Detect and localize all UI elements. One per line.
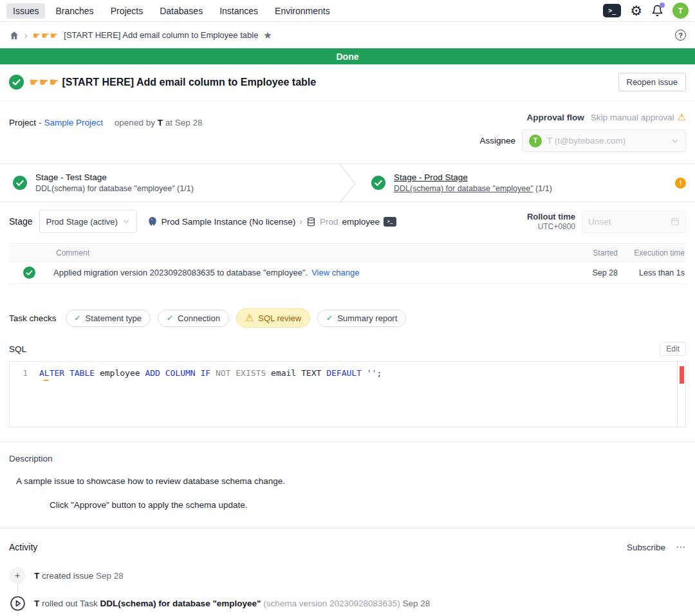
user-avatar[interactable]: T [672, 3, 689, 19]
nav-right-icons: >_ ⚙ T [603, 3, 689, 19]
star-icon[interactable]: ★ [263, 30, 272, 41]
terminal-prompt-glyph: >_ [387, 219, 393, 224]
check-sql-review[interactable]: ⚠SQL review [236, 308, 310, 328]
stage-done-check-icon [13, 176, 27, 190]
help-icon[interactable]: ? [675, 30, 686, 41]
activity-text: T created issue Sep 28 [34, 571, 124, 581]
task-execution-time: Less than 1s [618, 268, 686, 277]
opened-by-user: T [158, 118, 163, 127]
database-link[interactable]: employee [342, 217, 380, 227]
timeline-connector [17, 584, 18, 595]
stage-toolbar: Stage Prod Stage (active) Prod Sample In… [0, 202, 695, 239]
path-separator-icon: › [299, 216, 302, 227]
stage-done-check-icon [371, 176, 385, 190]
instance-link[interactable]: Prod Sample Instance (No license) [162, 217, 296, 227]
table-row[interactable]: Applied migration version 20230928083635… [9, 262, 686, 283]
warning-icon: ⚠ [678, 111, 686, 123]
nav-tab-issues[interactable]: Issues [6, 3, 45, 19]
dash: - [39, 118, 42, 127]
check-statement-type[interactable]: ✓Statement type [66, 310, 151, 327]
stage-card-test[interactable]: Stage - Test Stage DDL(schema) for datab… [0, 164, 337, 201]
assignee-row: Assignee T T (t@bytebase.com) [479, 129, 686, 152]
stage-subtitle: DDL(schema) for database "employee" (1/1… [35, 184, 328, 193]
check-connection[interactable]: ✓Connection [158, 310, 229, 327]
activity-item: + T created issue Sep 28 [9, 567, 686, 584]
stage-alert-icon[interactable]: ! [675, 178, 686, 189]
sql-editor-icon[interactable]: >_ [603, 4, 621, 17]
check-pass-icon: ✓ [75, 313, 81, 322]
approval-flow-row: Approval flow Skip manual approval⚠ [526, 111, 686, 123]
stage-card-prod[interactable]: Stage - Prod Stage DDL(schema) for datab… [358, 164, 695, 201]
assignee-value: T (t@bytebase.com) [547, 136, 666, 145]
task-checks-label: Task checks [9, 313, 57, 323]
more-options-icon[interactable]: ⋯ [676, 541, 686, 553]
assignee-label: Assignee [479, 136, 515, 145]
create-icon: + [9, 567, 26, 584]
rollout-labels: Rollout time UTC+0800 [527, 212, 575, 231]
nav-tab-environments[interactable]: Environments [268, 3, 337, 19]
stage-select[interactable]: Prod Stage (active) [39, 210, 137, 233]
issue-meta: Project-Sample Project opened by T at Se… [0, 101, 695, 163]
breadcrumb-separator-icon: › [24, 30, 28, 41]
rollout-time-label: Rollout time [527, 212, 575, 221]
gear-icon[interactable]: ⚙ [630, 4, 642, 17]
sql-code-line: 1 ALTER TABLE employee ADD COLUMN IF NOT… [10, 362, 685, 379]
terminal-prompt-glyph: >_ [608, 7, 616, 14]
check-summary-report[interactable]: ✓Summary report [317, 310, 406, 327]
sql-editor[interactable]: 1 ALTER TABLE employee ADD COLUMN IF NOT… [9, 361, 686, 427]
reopen-issue-button[interactable]: Reopen issue [618, 73, 687, 91]
nav-tab-projects[interactable]: Projects [104, 3, 150, 19]
rollout-timezone: UTC+0800 [527, 222, 575, 231]
breadcrumb-row: › ☛☛☛ [START HERE] Add email column to E… [0, 22, 695, 48]
task-run-table: Comment Started Execution time Applied m… [9, 243, 686, 284]
issue-title: ☛☛☛ [START HERE] Add email column to Emp… [30, 76, 618, 88]
edit-sql-button[interactable]: Edit [660, 342, 686, 356]
issue-header: ☛☛☛ [START HERE] Add email column to Emp… [0, 64, 695, 101]
task-started: Sep 28 [578, 268, 618, 277]
stage-bar: Stage - Test Stage DDL(schema) for datab… [0, 163, 695, 202]
view-change-link[interactable]: View change [311, 268, 359, 277]
database-path: Prod Sample Instance (No license) › Prod… [147, 216, 396, 227]
database-icon [306, 217, 316, 227]
header-execution-time: Execution time [618, 248, 686, 257]
open-in-sql-editor-icon[interactable]: >_ [384, 217, 396, 227]
notification-dot [660, 3, 665, 8]
rollout-time-block: Rollout time UTC+0800 [527, 210, 686, 233]
timeline-connector [17, 611, 18, 616]
stage-subtitle: DDL(schema) for database "employee" (1/1… [394, 184, 667, 193]
editor-error-marker [680, 366, 684, 384]
approval-flow-value: Skip manual approval⚠ [591, 111, 686, 123]
nav-tab-instances[interactable]: Instances [213, 3, 264, 19]
task-comment: Applied migration version 20230928083635… [53, 268, 578, 277]
top-nav: Issues Branches Projects Databases Insta… [0, 0, 695, 22]
stage-select-label: Stage [9, 216, 33, 227]
home-icon[interactable] [9, 30, 19, 41]
task-comment-text: Applied migration version 20230928083635… [53, 268, 308, 277]
editor-overview-ruler [677, 362, 685, 427]
activity-label: Activity [9, 542, 37, 552]
assignee-select[interactable]: T T (t@bytebase.com) [522, 129, 686, 152]
subscribe-button[interactable]: Subscribe [627, 543, 665, 552]
postgres-icon [147, 216, 158, 227]
pointer-hands-icon: ☛☛☛ [33, 30, 59, 41]
stage-chevron-divider [337, 164, 358, 203]
stage-text: Stage - Prod Stage DDL(schema) for datab… [394, 173, 667, 193]
rollout-time-input[interactable] [588, 217, 671, 227]
main-nav-tabs: Issues Branches Projects Databases Insta… [6, 3, 337, 19]
meta-right: Approval flow Skip manual approval⚠ Assi… [479, 111, 686, 152]
nav-tab-databases[interactable]: Databases [153, 3, 209, 19]
stage-text: Stage - Test Stage DDL(schema) for datab… [35, 173, 328, 193]
line-number: 1 [10, 368, 39, 379]
task-success-check-icon [23, 266, 35, 279]
project-label: Project [9, 118, 36, 127]
description-label: Description [9, 454, 686, 463]
stage-select-value: Prod Stage (active) [46, 217, 118, 227]
breadcrumb-issue-title[interactable]: [START HERE] Add email column to Employe… [64, 30, 258, 40]
nav-tab-branches[interactable]: Branches [49, 3, 100, 19]
sql-section: SQL Edit 1 ALTER TABLE employee ADD COLU… [0, 328, 695, 427]
project-link[interactable]: Sample Project [44, 118, 104, 127]
assignee-avatar: T [529, 135, 542, 147]
header-started: Started [578, 248, 618, 257]
notification-bell-icon[interactable] [651, 5, 663, 17]
rollout-time-picker[interactable] [582, 210, 686, 233]
